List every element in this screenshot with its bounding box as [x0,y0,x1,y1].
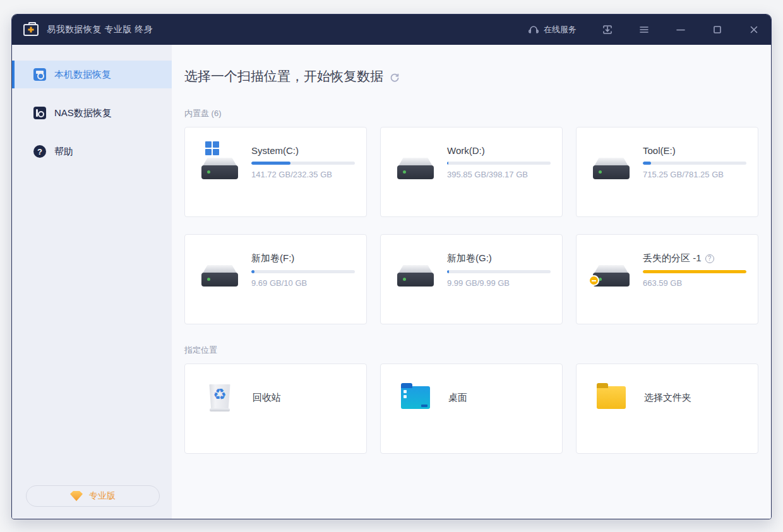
maximize-button[interactable] [712,24,723,35]
close-button[interactable] [748,24,760,35]
usage-bar [447,270,551,273]
sidebar-item-label: 本机数据恢复 [54,69,111,81]
drive-card-f[interactable]: 新加卷(F:) 9.69 GB/10 GB [184,234,367,324]
drive-card-lost-partition[interactable]: 丢失的分区 -1 ? 663.59 GB [576,234,758,324]
recycle-bin-icon: ♻ [204,382,236,413]
drive-icon [201,261,238,288]
maximize-icon [712,24,723,35]
locations-label: 指定位置 [184,345,757,356]
hamburger-menu-icon [638,24,650,35]
usage-bar [251,270,355,273]
sidebar: 本机数据恢复 NAS数据恢复 ? 帮助 专业版 [12,45,172,519]
select-folder-icon [595,382,627,413]
menu-button[interactable] [638,24,650,35]
drive-name: Tool(E:) [643,145,748,156]
drive-name: 丢失的分区 -1 [643,252,702,264]
drive-name: 新加卷(G:) [447,252,552,264]
lost-partition-badge-icon [589,275,599,286]
app-logo-icon [23,24,39,36]
main-content: 选择一个扫描位置，开始恢复数据 内置盘 (6) System(C:) [172,45,771,519]
drive-name: System(C:) [251,145,356,156]
location-label: 桌面 [448,392,467,404]
windows-logo-icon [205,141,219,155]
partition-help-icon[interactable]: ? [705,254,714,263]
lost-partition-drive-icon [593,261,630,288]
nas-recovery-icon [33,107,46,119]
drive-card-system-c[interactable]: System(C:) 141.72 GB/232.35 GB [184,127,367,217]
page-title: 选择一个扫描位置，开始恢复数据 [184,68,383,85]
close-icon [748,24,760,35]
drive-icon [397,154,434,180]
refresh-icon[interactable] [390,73,400,83]
location-card-recycle-bin[interactable]: ♻ 回收站 [184,364,367,454]
drive-name: Work(D:) [447,145,552,156]
help-question-icon: ? [33,145,46,158]
location-label: 回收站 [253,392,281,404]
internal-disks-label: 内置盘 (6) [184,108,757,119]
sidebar-item-local-recovery[interactable]: 本机数据恢复 [12,61,172,88]
internal-disks-grid: System(C:) 141.72 GB/232.35 GB Work(D:) … [184,127,757,324]
desktop-folder-icon [400,382,431,413]
sidebar-item-label: 帮助 [54,146,73,158]
sidebar-item-help[interactable]: ? 帮助 [12,138,172,165]
online-service-button[interactable]: 在线服务 [528,24,577,35]
usage-bar [251,162,355,165]
gem-icon [70,491,83,501]
locations-grid: ♻ 回收站 桌面 选择文件夹 [184,364,757,454]
drive-capacity: 395.85 GB/398.17 GB [447,170,552,179]
download-button[interactable] [602,24,613,35]
system-drive-icon [201,154,238,180]
location-card-select-folder[interactable]: 选择文件夹 [576,364,758,454]
drive-icon [593,154,630,180]
drive-capacity: 9.99 GB/9.99 GB [447,278,552,288]
minimize-icon [675,24,686,35]
drive-capacity: 9.69 GB/10 GB [251,278,356,288]
usage-bar [643,270,746,273]
headset-icon [528,24,539,35]
drive-card-tool-e[interactable]: Tool(E:) 715.25 GB/781.25 GB [576,127,758,217]
online-service-label: 在线服务 [544,24,577,35]
sidebar-item-label: NAS数据恢复 [54,107,112,119]
app-title: 易我数据恢复 专业版 终身 [47,24,153,35]
titlebar: 易我数据恢复 专业版 终身 在线服务 [12,15,771,45]
minimize-button[interactable] [675,24,686,35]
location-label: 选择文件夹 [644,392,691,404]
drive-name: 新加卷(F:) [251,252,356,264]
drive-icon [397,261,434,288]
drive-capacity: 663.59 GB [643,278,748,288]
download-icon [602,24,613,35]
local-disk-recovery-icon [33,68,46,81]
edition-button[interactable]: 专业版 [26,485,160,507]
usage-bar [643,162,746,165]
drive-card-work-d[interactable]: Work(D:) 395.85 GB/398.17 GB [380,127,563,217]
drive-capacity: 141.72 GB/232.35 GB [251,170,356,179]
sidebar-item-nas-recovery[interactable]: NAS数据恢复 [12,99,172,127]
edition-button-label: 专业版 [89,490,116,502]
usage-bar [447,162,551,165]
drive-capacity: 715.25 GB/781.25 GB [643,170,748,179]
app-window: 易我数据恢复 专业版 终身 在线服务 [11,14,772,519]
drive-card-g[interactable]: 新加卷(G:) 9.99 GB/9.99 GB [380,234,563,324]
location-card-desktop[interactable]: 桌面 [380,364,563,454]
